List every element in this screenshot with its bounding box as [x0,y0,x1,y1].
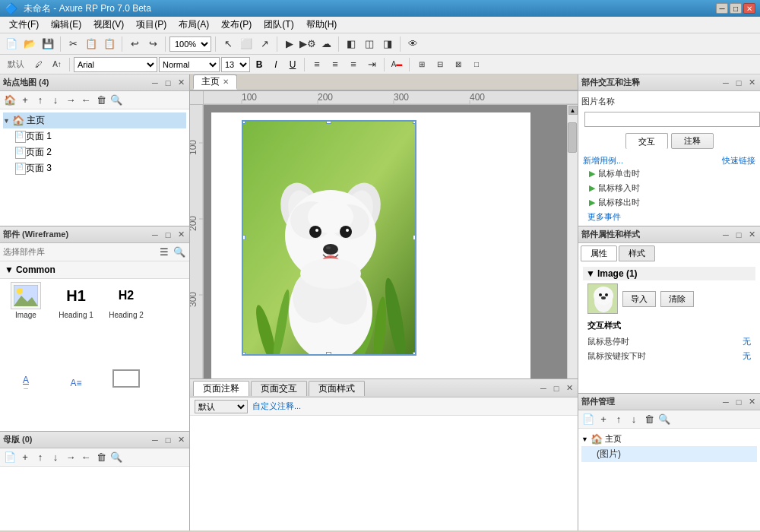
wf-minimize-icon[interactable]: ─ [150,230,160,240]
align-left[interactable]: ◧ [343,36,359,52]
sitemap-outdent-btn[interactable]: ← [79,93,93,107]
comp-minimize-icon[interactable]: ─ [720,397,731,407]
align-text-center[interactable]: ≡ [327,56,344,73]
sitemap-indent-btn[interactable]: → [64,93,78,107]
close-button[interactable]: ✕ [743,3,755,14]
select-tool[interactable]: ↖ [220,36,236,52]
comp-page-item[interactable]: ▼ 🏠 主页 [581,432,757,446]
menu-help[interactable]: 帮助(H) [300,17,344,33]
handle-bottom-center[interactable] [326,352,331,356]
menu-layout[interactable]: 布局(A) [173,17,215,33]
menu-view[interactable]: 视图(V) [87,17,130,33]
canvas-white-area[interactable] [211,112,530,378]
wf-menu-btn[interactable]: ☰ [157,245,171,259]
comp-new-btn[interactable]: + [597,413,610,426]
tab-page-annotation[interactable]: 页面注释 [193,381,249,396]
comp-image-item[interactable]: (图片) [581,446,757,462]
paste-button[interactable]: 📋 [101,36,118,52]
redo-button[interactable]: ↪ [144,36,161,52]
event-mouse-leave[interactable]: ▶ 鼠标移出时 [583,195,755,210]
align-right[interactable]: ◨ [379,36,396,52]
handle-middle-left[interactable] [242,235,245,240]
canvas-tab-close-icon[interactable]: ✕ [223,78,229,86]
new-button[interactable]: 📄 [3,36,20,52]
maximize-button[interactable]: □ [730,3,742,14]
sitemap-add-btn[interactable]: + [18,93,32,107]
comp-add-btn[interactable]: 📄 [581,413,595,426]
preview-options[interactable]: ▶⚙ [299,36,316,52]
master-close-icon[interactable]: ✕ [176,435,186,445]
import-button[interactable]: 导入 [622,291,656,307]
img-name-input[interactable] [584,112,760,127]
size-select[interactable]: 11 12 13 14 [221,57,250,72]
menu-publish[interactable]: 发布(P) [215,17,258,33]
master-maximize-icon[interactable]: □ [163,435,173,445]
format-options2[interactable]: ⊟ [432,56,448,73]
preview-button[interactable]: ▶ [281,36,298,52]
connect-tool[interactable]: ↗ [256,36,273,52]
menu-file[interactable]: 文件(F) [3,17,45,33]
menu-edit[interactable]: 编辑(E) [45,17,87,33]
handle-top-center[interactable] [326,120,331,124]
menu-project[interactable]: 项目(P) [130,17,173,33]
open-button[interactable]: 📂 [21,36,38,52]
v-scrollbar[interactable]: ▲ ▼ [567,105,578,378]
canvas-image-widget[interactable] [242,120,416,356]
widget-rect[interactable] [103,369,149,432]
master-up-btn[interactable]: ↑ [33,451,47,464]
format-options4[interactable]: □ [468,56,485,73]
new-add-label[interactable]: 新增用例... [583,155,623,166]
draw-tool[interactable]: ⬜ [238,36,255,52]
bold-button[interactable]: B [252,57,267,72]
props-minimize-icon[interactable]: ─ [720,230,731,240]
align-text-left[interactable]: ≡ [309,56,325,73]
master-add-btn[interactable]: 📄 [3,451,17,464]
v-scroll-up[interactable]: ▲ [568,106,578,115]
widget-h2[interactable]: H2 Heading 2 [103,282,149,365]
widget-text1[interactable]: A ─ [3,369,49,432]
comp-up-btn[interactable]: ↑ [612,413,625,426]
font-color-button[interactable]: A▬ [388,56,405,73]
tab-page-interaction[interactable]: 页面交互 [251,381,307,396]
quick-link-label[interactable]: 快速链接 [722,155,755,166]
canvas-tab-main[interactable]: 主页 ✕ [193,74,237,90]
undo-button[interactable]: ↩ [126,36,143,52]
more-events-link[interactable]: 更多事件 [583,210,755,224]
menu-team[interactable]: 团队(T) [258,17,299,33]
widget-image[interactable]: Image [3,282,49,365]
copy-button[interactable]: 📋 [83,36,100,52]
sitemap-minimize-icon[interactable]: ─ [150,78,160,88]
sitemap-up-btn[interactable]: ↑ [33,93,47,107]
v-scroll-thumb[interactable] [568,122,577,153]
event-mouse-click[interactable]: ▶ 鼠标单击时 [583,166,755,181]
master-new-btn[interactable]: + [18,451,32,464]
tb2-btn1[interactable]: 🖊 [30,56,47,73]
annotation-select[interactable]: 默认 [195,400,248,413]
italic-button[interactable]: I [268,57,283,72]
align-center[interactable]: ◫ [361,36,378,52]
zoom-select[interactable]: 50% 75% 100% 125% 150% [169,36,211,52]
comp-maximize-icon[interactable]: □ [733,397,744,407]
handle-middle-right[interactable] [413,235,416,240]
bottom-minimize-icon[interactable]: ─ [538,383,549,394]
indent-button[interactable]: ⇥ [363,56,380,73]
canvas-area[interactable]: 100 200 300 400 [190,91,578,378]
interaction-close-icon[interactable]: ✕ [746,78,757,88]
master-delete-btn[interactable]: 🗑 [94,451,108,464]
annotation-tab-btn[interactable]: 注释 [671,133,714,149]
master-search-btn[interactable]: 🔍 [109,451,123,464]
sitemap-delete-btn[interactable]: 🗑 [94,93,108,107]
sitemap-page2[interactable]: 📄 页面 2 [15,144,186,160]
sitemap-root-item[interactable]: ▼ 🏠 主页 [3,112,186,128]
custom-annotation-link[interactable]: 自定义注释... [252,401,301,412]
bottom-maximize-icon[interactable]: □ [551,383,562,394]
interaction-minimize-icon[interactable]: ─ [720,78,731,88]
clear-button[interactable]: 清除 [660,291,694,307]
event-mouse-enter[interactable]: ▶ 鼠标移入时 [583,181,755,195]
props-close-icon[interactable]: ✕ [746,230,757,240]
wf-search-btn[interactable]: 🔍 [173,245,186,259]
sitemap-maximize-icon[interactable]: □ [163,78,173,88]
bottom-close-icon[interactable]: ✕ [564,383,575,394]
interact-tab-btn[interactable]: 交互 [625,133,668,149]
props-tab-style[interactable]: 样式 [619,245,655,261]
